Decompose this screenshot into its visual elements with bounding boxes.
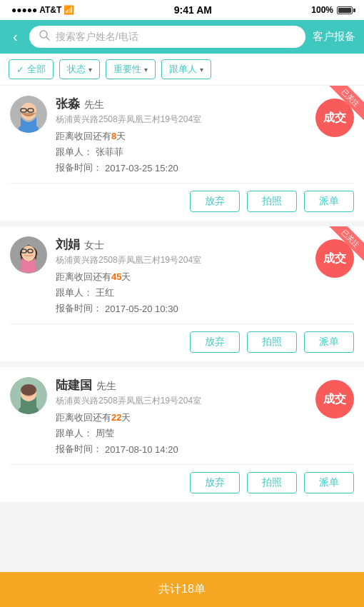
days-label: 距离收回还有22天 (56, 411, 131, 424)
badge-label: 已关注 (328, 86, 364, 120)
customer-address: 杨浦黄兴路2508弄凤凰三村19号204室 (56, 395, 307, 407)
search-bar[interactable]: 搜索客户姓名/电话 (29, 26, 305, 48)
card-top: 陆建国 先生 杨浦黄兴路2508弄凤凰三村19号204室 距离收回还有22天 跟… (10, 377, 354, 458)
time-label: 报备时间： (56, 443, 102, 456)
days-value: 45 (111, 271, 121, 282)
report-time: 2017-08-10 14:20 (105, 444, 178, 455)
customer-name: 刘娟 (56, 236, 80, 253)
follower-name: 周莹 (96, 427, 114, 440)
days-row: 距离收回还有22天 (56, 411, 307, 424)
name-row: 刘娟 女士 (56, 236, 307, 253)
time-display: 9:41 AM (174, 4, 212, 16)
carrier-label: AT&T (39, 5, 61, 15)
svg-line-1 (46, 37, 49, 40)
action-btn-拍照[interactable]: 拍照 (247, 191, 297, 212)
wifi-icon: 📶 (64, 5, 74, 15)
follower-label: 跟单人： (56, 146, 93, 159)
avatar (10, 377, 47, 414)
search-icon (39, 30, 50, 44)
action-btn-放弃[interactable]: 放弃 (190, 331, 240, 353)
battery-area: 100% (311, 5, 353, 15)
chevron-down-icon: ▾ (200, 66, 203, 74)
chevron-down-icon: ▾ (89, 66, 92, 74)
card-actions: 放弃 拍照 派单 (10, 323, 354, 361)
back-button[interactable]: ‹ (9, 27, 22, 46)
status-bar: ●●●●● AT&T 📶 9:41 AM 100% (0, 0, 364, 20)
action-btn-拍照[interactable]: 拍照 (247, 472, 297, 493)
follower-name: 张菲菲 (96, 146, 123, 159)
time-label: 报备时间： (56, 302, 102, 315)
days-value: 22 (111, 412, 121, 423)
svg-point-11 (20, 266, 37, 273)
badge-label: 已关注 (328, 226, 364, 261)
filter-follower[interactable]: 跟单人 ▾ (161, 59, 211, 79)
action-btn-放弃[interactable]: 放弃 (190, 472, 240, 493)
name-row: 张淼 先生 (56, 96, 307, 112)
bottom-bar: 共计18单 (0, 572, 364, 607)
filter-follower-label: 跟单人 (169, 63, 197, 76)
svg-point-8 (19, 124, 39, 133)
days-row: 距离收回还有45天 (56, 271, 307, 284)
time-row: 报备时间： 2017-08-10 14:20 (56, 443, 307, 456)
corner-badge: 已关注 (324, 86, 364, 126)
customer-card: 已关注 刘娟 女士 杨浦黄兴路2508弄凤凰三村19号204室 距离收回还有45… (0, 226, 364, 361)
name-row: 陆建国 先生 (56, 377, 307, 393)
battery-percent: 100% (311, 5, 333, 15)
days-label: 距离收回还有45天 (56, 271, 131, 284)
follower-name: 王红 (96, 286, 114, 299)
follower-row: 跟单人： 张菲菲 (56, 146, 307, 159)
filter-all-label: 全部 (27, 63, 46, 76)
days-value: 8 (111, 131, 116, 141)
filter-all[interactable]: ✓ 全部 (9, 59, 54, 79)
follower-row: 跟单人： 王红 (56, 286, 307, 299)
follower-row: 跟单人： 周莹 (56, 427, 307, 440)
customer-list: 已关注 张淼 先生 杨浦黄兴路2508弄凤凰三村19号204室 距离收回 (0, 86, 364, 502)
header: ‹ 搜索客户姓名/电话 客户报备 (0, 20, 364, 54)
action-btn-派单[interactable]: 派单 (304, 191, 354, 212)
deal-button[interactable]: 成交 (315, 380, 354, 418)
carrier-wifi: ●●●●● AT&T 📶 (11, 5, 74, 15)
report-time: 2017-03-25 15:20 (105, 163, 178, 174)
card-actions: 放弃 拍照 派单 (10, 183, 354, 221)
report-time: 2017-05-20 10:30 (105, 304, 178, 314)
time-label: 报备时间： (56, 161, 102, 174)
action-btn-放弃[interactable]: 放弃 (190, 191, 240, 212)
page-title: 客户报备 (313, 30, 355, 44)
card-info: 陆建国 先生 杨浦黄兴路2508弄凤凰三村19号204室 距离收回还有22天 跟… (56, 377, 307, 458)
battery-icon (337, 6, 353, 14)
filter-bar: ✓ 全部 状态 ▾ 重要性 ▾ 跟单人 ▾ (0, 54, 364, 86)
total-count-label: 共计18单 (158, 583, 206, 595)
customer-name: 张淼 (56, 96, 80, 112)
avatar (10, 96, 47, 133)
chevron-down-icon: ▾ (144, 66, 148, 74)
signal-dots: ●●●●● (11, 5, 37, 15)
days-label: 距离收回还有8天 (56, 130, 126, 143)
svg-point-17 (21, 384, 36, 396)
filter-status[interactable]: 状态 ▾ (59, 59, 100, 79)
action-btn-拍照[interactable]: 拍照 (247, 331, 297, 353)
customer-card: 陆建国 先生 杨浦黄兴路2508弄凤凰三村19号204室 距离收回还有22天 跟… (0, 367, 364, 502)
customer-card: 已关注 张淼 先生 杨浦黄兴路2508弄凤凰三村19号204室 距离收回 (0, 86, 364, 221)
action-btn-派单[interactable]: 派单 (304, 331, 354, 353)
filter-importance-label: 重要性 (113, 63, 141, 76)
filter-status-label: 状态 (67, 63, 86, 76)
svg-point-10 (21, 246, 36, 261)
avatar (10, 236, 47, 274)
time-row: 报备时间： 2017-03-25 15:20 (56, 161, 307, 174)
card-actions: 放弃 拍照 派单 (10, 464, 354, 502)
svg-point-18 (19, 406, 39, 414)
card-top: 刘娟 女士 杨浦黄兴路2508弄凤凰三村19号204室 距离收回还有45天 跟单… (10, 236, 354, 318)
customer-gender: 先生 (96, 380, 116, 393)
customer-gender: 先生 (84, 99, 104, 111)
card-info: 张淼 先生 杨浦黄兴路2508弄凤凰三村19号204室 距离收回还有8天 跟单人… (56, 96, 307, 177)
follower-label: 跟单人： (56, 286, 93, 299)
customer-address: 杨浦黄兴路2508弄凤凰三村19号204室 (56, 254, 307, 266)
filter-importance[interactable]: 重要性 ▾ (106, 59, 156, 79)
follower-label: 跟单人： (56, 427, 93, 440)
action-btn-派单[interactable]: 派单 (304, 472, 354, 493)
customer-address: 杨浦黄兴路2508弄凤凰三村19号204室 (56, 114, 307, 126)
card-top: 张淼 先生 杨浦黄兴路2508弄凤凰三村19号204室 距离收回还有8天 跟单人… (10, 96, 354, 177)
search-placeholder: 搜索客户姓名/电话 (56, 31, 138, 44)
corner-badge: 已关注 (324, 226, 364, 266)
check-icon: ✓ (16, 64, 24, 75)
